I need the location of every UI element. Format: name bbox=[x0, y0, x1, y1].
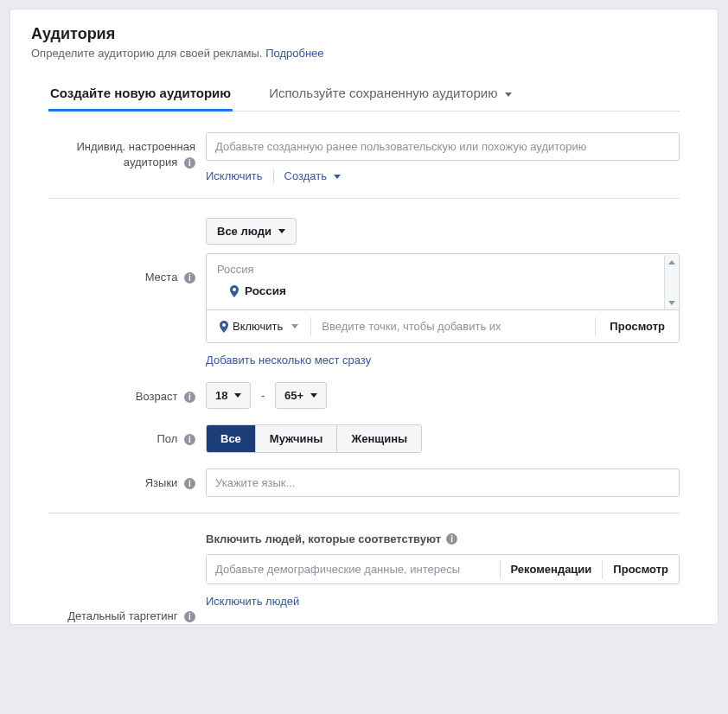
scroll-up-icon[interactable] bbox=[665, 255, 678, 269]
row-detailed-targeting: Детальный таргетинг i Включить людей, ко… bbox=[48, 532, 680, 624]
detailed-targeting-input[interactable] bbox=[207, 555, 500, 583]
gender-all-button[interactable]: Все bbox=[207, 425, 255, 452]
browse-locations-button[interactable]: Просмотр bbox=[603, 316, 672, 336]
info-icon[interactable]: i bbox=[184, 157, 195, 169]
divider bbox=[595, 317, 596, 336]
age-separator: - bbox=[261, 389, 265, 402]
row-age: Возраст i 18 - 65+ bbox=[48, 382, 680, 409]
location-group-label: Россия bbox=[217, 263, 668, 276]
pin-icon bbox=[219, 321, 227, 333]
subtitle-text: Определите аудиторию для своей рекламы. bbox=[31, 47, 265, 60]
info-icon[interactable]: i bbox=[446, 533, 457, 545]
age-min-value: 18 bbox=[215, 389, 227, 402]
row-custom-audience: Индивид. настроенная аудитория i Исключи… bbox=[48, 132, 680, 182]
chevron-down-icon bbox=[278, 229, 285, 233]
custom-audience-actions: Исключить Создать bbox=[206, 169, 680, 182]
info-icon[interactable]: i bbox=[184, 611, 195, 622]
divider bbox=[273, 170, 274, 182]
form-area: Создайте новую аудиторию Используйте сох… bbox=[31, 79, 697, 624]
divider bbox=[310, 317, 311, 336]
row-gender: Пол i Все Мужчины Женщины bbox=[48, 424, 680, 453]
label-gender: Пол i bbox=[48, 424, 206, 447]
label-age-text: Возраст bbox=[136, 390, 178, 403]
label-locations-text: Места bbox=[145, 271, 178, 284]
section-divider bbox=[48, 513, 680, 513]
age-max-value: 65+ bbox=[284, 389, 303, 402]
include-mode-label: Включить bbox=[233, 320, 283, 333]
chevron-down-icon bbox=[505, 92, 512, 97]
row-languages: Языки i bbox=[48, 469, 680, 497]
location-mode-dropdown[interactable]: Все люди bbox=[206, 218, 297, 245]
audience-tabs: Создайте новую аудиторию Используйте сох… bbox=[48, 79, 680, 112]
location-footer: Включить Просмотр bbox=[207, 309, 679, 342]
create-audience-link[interactable]: Создать bbox=[284, 169, 341, 182]
create-audience-link-text: Создать bbox=[284, 169, 327, 182]
location-mode-label: Все люди bbox=[217, 225, 271, 238]
panel-title: Аудитория bbox=[31, 25, 697, 43]
label-age: Возраст i bbox=[48, 382, 206, 405]
scroll-down-icon[interactable] bbox=[665, 296, 678, 309]
chevron-down-icon bbox=[234, 393, 241, 398]
exclude-people-link[interactable]: Исключить людей bbox=[206, 595, 299, 608]
tab-create-audience[interactable]: Создайте новую аудиторию bbox=[48, 79, 233, 111]
label-detailed-targeting: Детальный таргетинг i bbox=[48, 532, 206, 624]
pin-icon bbox=[229, 285, 238, 297]
location-box: Россия Россия Вкл bbox=[206, 253, 680, 343]
detailed-targeting-combo: Рекомендации Просмотр bbox=[206, 554, 680, 584]
location-item[interactable]: Россия bbox=[217, 284, 668, 297]
location-item-label: Россия bbox=[245, 284, 286, 297]
label-languages: Языки i bbox=[48, 469, 206, 491]
include-people-heading: Включить людей, которые соответствуют i bbox=[206, 532, 680, 545]
age-min-dropdown[interactable]: 18 bbox=[206, 382, 251, 409]
include-people-heading-text: Включить людей, которые соответствуют bbox=[206, 532, 441, 545]
chevron-down-icon bbox=[291, 324, 298, 328]
label-languages-text: Языки bbox=[145, 476, 178, 489]
label-gender-text: Пол bbox=[157, 432, 178, 445]
gender-segmented: Все Мужчины Женщины bbox=[206, 424, 422, 453]
chevron-down-icon bbox=[334, 175, 341, 179]
gender-men-button[interactable]: Мужчины bbox=[255, 425, 337, 452]
learn-more-link[interactable]: Подробнее bbox=[265, 47, 323, 60]
suggestions-button[interactable]: Рекомендации bbox=[501, 555, 603, 583]
info-icon[interactable]: i bbox=[184, 272, 195, 284]
label-custom-audience-text: Индивид. настроенная аудитория bbox=[76, 140, 195, 169]
tab-use-saved-label: Используйте сохраненную аудиторию bbox=[269, 86, 497, 100]
info-icon[interactable]: i bbox=[184, 434, 195, 445]
chevron-down-icon bbox=[310, 393, 317, 398]
custom-audience-input[interactable] bbox=[206, 132, 680, 161]
audience-panel: Аудитория Определите аудиторию для своей… bbox=[10, 9, 718, 625]
languages-input[interactable] bbox=[206, 469, 680, 497]
label-locations: Места i bbox=[48, 218, 206, 285]
tab-use-saved-audience[interactable]: Используйте сохраненную аудиторию bbox=[267, 79, 513, 111]
location-list: Россия Россия bbox=[207, 254, 679, 309]
info-icon[interactable]: i bbox=[184, 392, 195, 403]
gender-women-button[interactable]: Женщины bbox=[336, 425, 421, 452]
age-max-dropdown[interactable]: 65+ bbox=[275, 382, 327, 409]
section-divider bbox=[48, 198, 680, 199]
browse-targeting-button[interactable]: Просмотр bbox=[603, 555, 679, 583]
label-custom-audience: Индивид. настроенная аудитория i bbox=[48, 132, 206, 170]
info-icon[interactable]: i bbox=[184, 478, 195, 489]
panel-subtitle: Определите аудиторию для своей рекламы. … bbox=[31, 47, 697, 60]
location-search-input[interactable] bbox=[318, 315, 588, 338]
exclude-audience-link[interactable]: Исключить bbox=[206, 169, 263, 182]
include-mode-dropdown[interactable]: Включить bbox=[214, 316, 303, 336]
row-locations: Места i Все люди Россия bbox=[48, 218, 680, 367]
label-detailed-targeting-text: Детальный таргетинг bbox=[67, 609, 177, 622]
scrollbar[interactable] bbox=[664, 255, 678, 309]
bulk-add-locations-link[interactable]: Добавить несколько мест сразу bbox=[206, 354, 371, 367]
